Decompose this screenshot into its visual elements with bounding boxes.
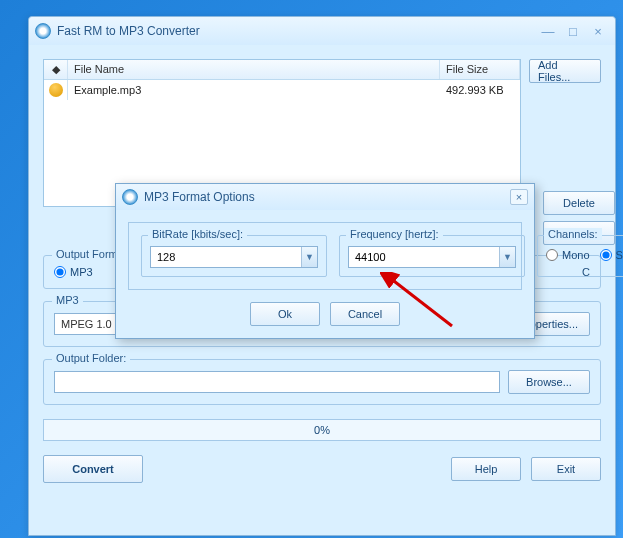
file-size-cell: 492.993 KB bbox=[440, 81, 520, 99]
help-button[interactable]: Help bbox=[451, 457, 521, 481]
delete-button[interactable]: Delete bbox=[543, 191, 615, 215]
bottom-buttons: Convert Help Exit bbox=[43, 455, 601, 483]
frequency-group: Frequency [hertz]: ▼ bbox=[339, 235, 525, 277]
output-folder-legend: Output Folder: bbox=[52, 352, 130, 364]
frequency-legend: Frequency [hertz]: bbox=[346, 228, 443, 240]
cancel-button[interactable]: Cancel bbox=[330, 302, 400, 326]
dialog-titlebar[interactable]: MP3 Format Options × bbox=[116, 184, 534, 210]
file-type-icon bbox=[44, 80, 68, 100]
minimize-button[interactable]: — bbox=[537, 23, 559, 39]
channels-legend: Channels: bbox=[544, 228, 602, 240]
window-title: Fast RM to MP3 Converter bbox=[57, 24, 534, 38]
exit-button[interactable]: Exit bbox=[531, 457, 601, 481]
file-name-cell: Example.mp3 bbox=[68, 81, 440, 99]
radio-mp3-label: MP3 bbox=[70, 266, 93, 278]
frequency-input[interactable] bbox=[349, 247, 499, 267]
progress-bar: 0% bbox=[43, 419, 601, 441]
chevron-down-icon[interactable]: ▼ bbox=[499, 247, 515, 267]
dialog-title: MP3 Format Options bbox=[144, 190, 510, 204]
channels-row: Mono Stereo bbox=[546, 246, 623, 261]
column-name-header[interactable]: File Name bbox=[68, 60, 440, 79]
file-list-header: ◆ File Name File Size bbox=[44, 60, 520, 80]
bitrate-legend: BitRate [kbits/sec]: bbox=[148, 228, 247, 240]
dialog-body: BitRate [kbits/sec]: ▼ Frequency [hertz]… bbox=[116, 210, 534, 338]
ok-button[interactable]: Ok bbox=[250, 302, 320, 326]
maximize-button[interactable]: □ bbox=[562, 23, 584, 39]
output-folder-input[interactable] bbox=[54, 371, 500, 393]
radio-stereo-input[interactable] bbox=[600, 249, 612, 261]
column-icon-header[interactable]: ◆ bbox=[44, 60, 68, 79]
bitrate-group: BitRate [kbits/sec]: ▼ bbox=[141, 235, 327, 277]
output-folder-fieldset: Output Folder: Browse... bbox=[43, 359, 601, 405]
dialog-frame: BitRate [kbits/sec]: ▼ Frequency [hertz]… bbox=[128, 222, 522, 290]
radio-stereo[interactable]: Stereo bbox=[600, 249, 623, 261]
titlebar[interactable]: Fast RM to MP3 Converter — □ × bbox=[29, 17, 615, 45]
mp3-options-dialog: MP3 Format Options × BitRate [kbits/sec]… bbox=[115, 183, 535, 339]
dialog-buttons: Ok Cancel bbox=[128, 302, 522, 326]
radio-mono-label: Mono bbox=[562, 249, 590, 261]
radio-mp3[interactable]: MP3 bbox=[54, 266, 93, 278]
radio-mono[interactable]: Mono bbox=[546, 249, 590, 261]
bitrate-combo[interactable]: ▼ bbox=[150, 246, 318, 268]
convert-button[interactable]: Convert bbox=[43, 455, 143, 483]
frequency-combo[interactable]: ▼ bbox=[348, 246, 516, 268]
table-row[interactable]: Example.mp3 492.993 KB bbox=[44, 80, 520, 100]
progress-label: 0% bbox=[314, 424, 330, 436]
output-folder-row: Browse... bbox=[54, 370, 590, 394]
mp3-legend: MP3 bbox=[52, 294, 83, 306]
dialog-close-button[interactable]: × bbox=[510, 189, 528, 205]
radio-mp3-input[interactable] bbox=[54, 266, 66, 278]
audio-icon bbox=[49, 83, 63, 97]
side-buttons: Add Files... bbox=[529, 59, 601, 83]
radio-mono-input[interactable] bbox=[546, 249, 558, 261]
dialog-app-icon bbox=[122, 189, 138, 205]
add-files-button[interactable]: Add Files... bbox=[529, 59, 601, 83]
close-button[interactable]: × bbox=[587, 23, 609, 39]
channels-group: Channels: Mono Stereo bbox=[537, 235, 623, 277]
chevron-down-icon[interactable]: ▼ bbox=[301, 247, 317, 267]
app-icon bbox=[35, 23, 51, 39]
browse-button[interactable]: Browse... bbox=[508, 370, 590, 394]
bitrate-input[interactable] bbox=[151, 247, 301, 267]
column-size-header[interactable]: File Size bbox=[440, 60, 520, 79]
radio-stereo-label: Stereo bbox=[616, 249, 623, 261]
